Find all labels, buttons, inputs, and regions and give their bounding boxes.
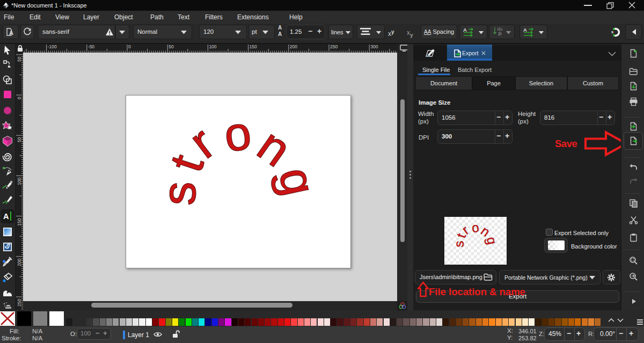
svg-text:s: s	[152, 181, 206, 206]
svg-text:s: s	[452, 240, 466, 247]
svg-text:g: g	[484, 236, 500, 246]
svg-text:o: o	[471, 220, 480, 236]
svg-text:n: n	[248, 118, 301, 177]
svg-text:g: g	[269, 163, 326, 200]
svg-text:o: o	[221, 106, 254, 162]
